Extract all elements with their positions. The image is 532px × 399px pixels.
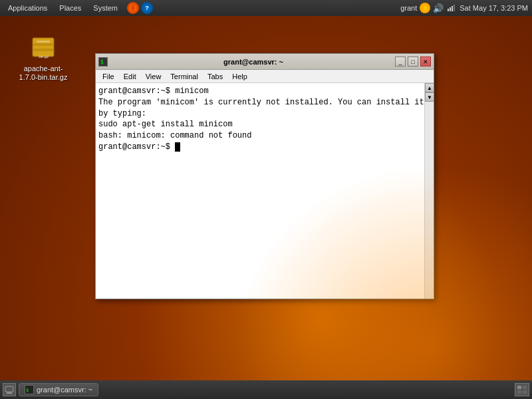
terminal-line-4: bash: minicom: command not found <box>98 130 431 142</box>
system-monitor-icon[interactable] <box>420 3 430 13</box>
menu-view[interactable]: View <box>142 72 166 81</box>
terminal-body[interactable]: grant@camsvr:~$ minicom The program 'min… <box>96 83 434 299</box>
taskbar-top: Applications Places System ? grant 🔊 <box>0 0 532 16</box>
menu-edit[interactable]: Edit <box>120 72 140 81</box>
menu-places[interactable]: Places <box>54 3 86 13</box>
taskbar-bottom-right <box>515 383 529 396</box>
terminal-line-3: sudo apt-get install minicom <box>98 119 431 130</box>
taskbar-app-icons: ? <box>127 2 153 14</box>
terminal-title: grant@camsvr: ~ <box>112 58 395 66</box>
terminal-menubar: File Edit View Terminal Tabs Help <box>96 70 434 83</box>
svg-rect-8 <box>37 41 50 43</box>
terminal-line-1: grant@camsvr:~$ minicom <box>98 86 431 97</box>
desktop-icon-label: apache-ant-1.7.0-bin.tar.gz <box>19 65 68 82</box>
svg-rect-17 <box>523 386 527 389</box>
svg-rect-12 <box>5 386 13 392</box>
window-controls: _ □ ✕ <box>395 57 431 66</box>
svg-rect-7 <box>33 49 54 51</box>
terminal-scrollbar[interactable]: ▲ ▼ <box>424 83 434 299</box>
terminal-titlebar-icon: $ <box>98 57 108 66</box>
terminal-window: $ grant@camsvr: ~ _ □ ✕ File Edit View T… <box>95 53 434 299</box>
svg-rect-16 <box>517 386 521 389</box>
svg-rect-4 <box>454 5 455 11</box>
svg-rect-6 <box>33 43 54 46</box>
svg-text:$: $ <box>100 59 104 65</box>
terminal-line-2: The program 'minicom' is currently not i… <box>98 97 431 120</box>
terminal-cursor <box>175 142 180 152</box>
taskbar-top-right: grant 🔊 Sat May 17, 3:23 PM <box>400 3 532 13</box>
archive-icon: .tar.gz <box>27 30 59 62</box>
help-icon[interactable]: ? <box>141 2 153 14</box>
taskbar-top-left: Applications Places System ? <box>0 2 153 14</box>
taskbar-terminal-app[interactable]: $ grant@camsvr: ~ <box>19 383 98 396</box>
network-icon[interactable] <box>446 3 457 13</box>
svg-rect-2 <box>450 7 451 11</box>
scrollbar-up-button[interactable]: ▲ <box>425 83 434 92</box>
menu-terminal[interactable]: Terminal <box>166 72 202 81</box>
desktop: Applications Places System ? grant 🔊 <box>0 0 532 399</box>
menu-tabs[interactable]: Tabs <box>203 72 227 81</box>
terminal-content: grant@camsvr:~$ minicom The program 'min… <box>96 83 434 299</box>
terminal-titlebar: $ grant@camsvr: ~ _ □ ✕ <box>96 54 434 70</box>
svg-rect-13 <box>7 392 12 394</box>
workspace-switch-1[interactable] <box>515 383 529 396</box>
close-button[interactable]: ✕ <box>420 57 431 66</box>
taskbar-app-label: grant@camsvr: ~ <box>37 386 92 394</box>
menu-applications[interactable]: Applications <box>3 3 53 13</box>
datetime-label: Sat May 17, 3:23 PM <box>460 4 528 12</box>
taskbar-show-desktop-icon[interactable] <box>3 383 16 396</box>
svg-rect-19 <box>523 390 527 394</box>
svg-text:$: $ <box>26 388 29 393</box>
maximize-button[interactable]: □ <box>408 57 418 66</box>
speaker-icon[interactable]: 🔊 <box>433 3 444 13</box>
menu-help[interactable]: Help <box>228 72 251 81</box>
terminal-line-5: grant@camsvr:~$ <box>98 142 431 153</box>
scrollbar-down-button[interactable]: ▼ <box>425 92 434 102</box>
svg-rect-3 <box>452 6 453 11</box>
svg-rect-1 <box>448 9 449 11</box>
firefox-icon[interactable] <box>127 2 139 14</box>
menu-system[interactable]: System <box>88 3 123 13</box>
svg-rect-18 <box>517 390 521 394</box>
minimize-button[interactable]: _ <box>395 57 406 66</box>
username-label: grant <box>400 4 417 12</box>
taskbar-app-icon: $ <box>25 385 34 394</box>
svg-text:.tar.gz: .tar.gz <box>38 55 49 59</box>
desktop-icon-apache[interactable]: .tar.gz apache-ant-1.7.0-bin.tar.gz <box>17 30 70 82</box>
menu-file[interactable]: File <box>98 72 118 81</box>
taskbar-bottom: $ grant@camsvr: ~ <box>0 380 532 399</box>
